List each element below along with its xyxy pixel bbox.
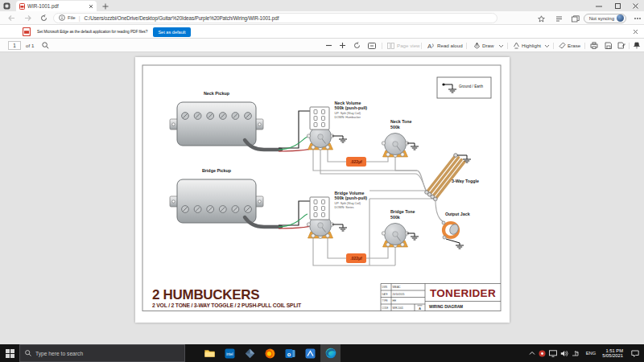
maximize-button[interactable] xyxy=(615,3,621,9)
save-as-icon[interactable] xyxy=(617,42,625,49)
svg-text:DOWN: Series: DOWN: Series xyxy=(335,206,354,209)
svg-text:intel: intel xyxy=(226,352,233,356)
forward-icon[interactable] xyxy=(24,14,31,22)
read-aloud-icon[interactable]: A xyxy=(427,42,436,49)
minimize-button[interactable] xyxy=(596,3,602,9)
diagram-subtitle: 2 VOL / 2 TONE / 3-WAY TOGGLE / 2 PUSH-P… xyxy=(152,302,302,308)
start-button[interactable] xyxy=(0,344,19,362)
address-bar: File | C:/Users/ozzbi/OneDrive/Desktop/G… xyxy=(0,11,644,25)
bridge-tone-label: Bridge Tone xyxy=(390,209,415,214)
neck-tone-label: Neck Tone xyxy=(390,119,411,124)
svg-text:DATE: DATE xyxy=(382,293,388,296)
erase-icon[interactable] xyxy=(559,42,566,49)
favorites-icon[interactable] xyxy=(538,15,545,23)
taskbar-search[interactable]: Type here to search xyxy=(19,344,185,362)
rotate-icon[interactable] xyxy=(353,42,361,49)
security-tray-icon[interactable] xyxy=(539,350,546,357)
neck-volume-label: Neck Volume xyxy=(335,101,361,105)
language-indicator[interactable]: ENG xyxy=(586,351,597,356)
page-view-icon[interactable] xyxy=(387,43,394,49)
tray-expand-icon[interactable] xyxy=(529,351,535,356)
workspaces-icon[interactable] xyxy=(3,2,10,10)
read-aloud-label[interactable]: Read aloud xyxy=(437,43,463,48)
close-button[interactable] xyxy=(633,3,639,9)
neck-cap: .022μf xyxy=(346,157,366,167)
diagram-title: 2 HUMBUCKERS xyxy=(152,287,259,302)
fit-to-page-icon[interactable] xyxy=(368,43,376,49)
svg-text:Ground / Earth: Ground / Earth xyxy=(459,84,484,88)
edge-window: WIR-1001.pdf File | C:/Users/ozzbi/OneDr… xyxy=(0,0,644,362)
neck-volume-switch xyxy=(310,107,329,130)
outlook-icon[interactable]: o xyxy=(280,344,300,362)
svg-text:DOWN: Humbucker: DOWN: Humbucker xyxy=(335,116,361,119)
pdf-file-icon xyxy=(19,3,25,10)
svg-text:WIR-1001: WIR-1001 xyxy=(393,306,404,310)
notification-close-icon[interactable] xyxy=(633,29,638,35)
wiring-diagram: Ground / Earth Neck Pickup xyxy=(135,57,510,323)
blue-app-icon[interactable] xyxy=(300,344,320,362)
profile-button[interactable]: Not syncing xyxy=(584,14,626,23)
system-tray: ENG 1:51 PM 5/05/2021 xyxy=(529,344,644,362)
svg-text:.022μf: .022μf xyxy=(350,256,362,261)
search-document-icon[interactable] xyxy=(42,42,49,49)
draw-icon[interactable] xyxy=(473,42,481,49)
zoom-in-icon[interactable] xyxy=(339,42,346,49)
firefox-icon[interactable] xyxy=(260,344,280,362)
bridge-volume-label: Bridge Volume xyxy=(335,191,365,195)
print-icon[interactable] xyxy=(590,42,598,49)
svg-text:500k: 500k xyxy=(390,125,400,130)
settings-menu-icon[interactable] xyxy=(634,17,641,20)
usb-tray-icon[interactable] xyxy=(572,350,580,357)
file-explorer-icon[interactable] xyxy=(200,344,220,362)
avatar xyxy=(617,14,624,22)
pin-toolbar-icon[interactable] xyxy=(634,42,640,49)
intel-graphics-icon[interactable]: intel xyxy=(220,344,240,362)
back-icon[interactable] xyxy=(8,14,15,22)
highlight-icon[interactable] xyxy=(513,42,520,49)
pdf-icon xyxy=(23,27,31,36)
volume-tray-icon[interactable] xyxy=(560,350,568,357)
svg-text:UP: Split (Slug Coil): UP: Split (Slug Coil) xyxy=(335,202,361,205)
sync-status: Not syncing xyxy=(589,16,614,21)
bridge-volume-switch xyxy=(310,197,329,220)
save-icon[interactable] xyxy=(605,42,612,49)
favorites-bar-icon[interactable] xyxy=(555,15,563,23)
diamond-app-icon[interactable] xyxy=(240,344,260,362)
highlight-label[interactable]: Highlight xyxy=(522,43,541,48)
page-view-label[interactable]: Page view xyxy=(397,43,420,48)
pdf-page: Ground / Earth Neck Pickup xyxy=(135,57,510,323)
url-divider: | xyxy=(79,15,80,21)
notification-text: Set Microsoft Edge as the default applic… xyxy=(37,30,147,34)
search-icon xyxy=(25,350,31,356)
page-info-icon[interactable] xyxy=(59,14,65,21)
collections-icon[interactable] xyxy=(572,15,580,23)
title-block: DWN WB/AC DATE 20/10/2015 TYPE HH CODE W… xyxy=(381,284,501,311)
clock[interactable]: 1:51 PM 5/05/2021 xyxy=(602,348,623,359)
draw-label[interactable]: Draw xyxy=(482,43,493,48)
circuit-wires-bridge xyxy=(313,200,444,265)
page-number-input[interactable]: 1 xyxy=(8,41,21,50)
pdf-content-area[interactable]: Ground / Earth Neck Pickup xyxy=(0,52,644,344)
edge-taskbar-icon[interactable] xyxy=(320,344,341,362)
display-tray-icon[interactable] xyxy=(549,350,557,357)
set-as-default-button[interactable]: Set as default xyxy=(153,27,191,37)
refresh-icon[interactable] xyxy=(40,14,47,22)
neck-tone-pot xyxy=(382,134,408,158)
svg-text:.022μf: .022μf xyxy=(350,159,362,164)
draw-chevron-icon[interactable] xyxy=(498,44,504,48)
url-text: C:/Users/ozzbi/OneDrive/Desktop/Guitar%2… xyxy=(85,15,279,21)
url-field[interactable]: File | C:/Users/ozzbi/OneDrive/Desktop/G… xyxy=(53,13,497,23)
erase-label[interactable]: Erase xyxy=(568,43,580,48)
svg-text:UP: Split (Slug Coil): UP: Split (Slug Coil) xyxy=(335,112,361,115)
circuit-wires-neck xyxy=(313,150,435,266)
highlight-chevron-icon[interactable] xyxy=(544,44,550,48)
tab-close-icon[interactable] xyxy=(89,4,93,9)
doc-type: WIRING DIAGRAM xyxy=(429,305,463,309)
new-tab-button[interactable] xyxy=(102,3,109,10)
svg-text:DWN: DWN xyxy=(382,286,387,289)
neck-pickup xyxy=(170,102,263,146)
action-center-icon[interactable] xyxy=(631,350,639,357)
svg-text:HH: HH xyxy=(393,299,396,302)
zoom-out-icon[interactable] xyxy=(325,42,332,49)
browser-tab[interactable]: WIR-1001.pdf xyxy=(16,1,97,11)
